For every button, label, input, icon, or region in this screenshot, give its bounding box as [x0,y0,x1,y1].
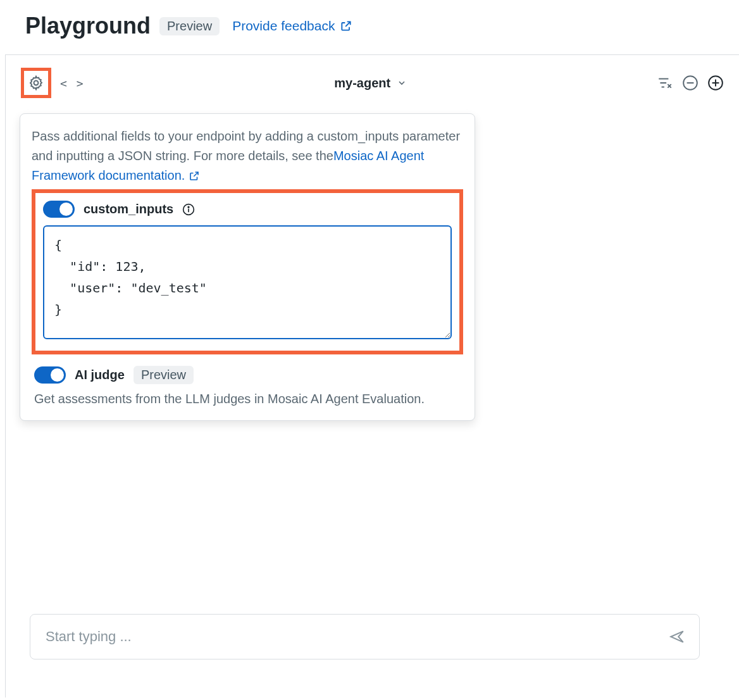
add-button[interactable] [707,75,724,91]
gear-icon [28,75,44,91]
custom-inputs-label: custom_inputs [84,202,173,216]
svg-point-0 [34,81,39,85]
send-icon[interactable] [669,628,685,645]
page-title: Playground [25,13,151,39]
plus-circle-icon [707,75,724,91]
filter-x-icon [657,75,673,91]
ai-judge-preview-badge: Preview [134,366,194,384]
chevron-down-icon [397,78,407,88]
settings-panel: Pass additional fields to your endpoint … [20,113,475,421]
ai-judge-toggle[interactable] [34,366,66,384]
custom-inputs-toggle[interactable] [43,201,75,218]
panel-description: Pass additional fields to your endpoint … [32,127,463,185]
code-toggle-button[interactable]: < > [60,77,85,90]
feedback-link-label: Provide feedback [232,18,335,34]
info-icon[interactable] [182,203,195,216]
ai-judge-label: AI judge [75,368,125,382]
minus-circle-icon [682,75,699,91]
settings-button-highlight [21,68,51,98]
custom-inputs-highlight: custom_inputs [32,189,463,354]
settings-button[interactable] [28,75,44,91]
clear-filter-button[interactable] [657,75,673,91]
external-link-icon [340,20,352,32]
remove-button[interactable] [682,75,699,91]
ai-judge-description: Get assessments from the LLM judges in M… [34,392,461,406]
chat-input[interactable] [44,628,669,646]
agent-selector[interactable]: my-agent [334,76,390,91]
chat-input-container [30,614,700,659]
external-link-icon [189,170,200,182]
custom-inputs-textarea[interactable] [43,225,452,339]
provide-feedback-link[interactable]: Provide feedback [232,18,352,34]
svg-point-11 [188,206,189,208]
preview-badge: Preview [159,17,220,35]
